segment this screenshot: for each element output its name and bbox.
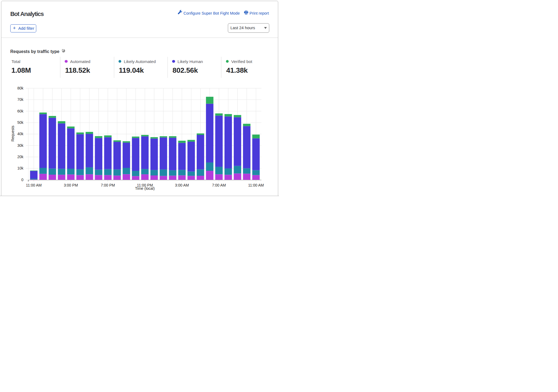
svg-text:3:00 AM: 3:00 AM [175, 183, 189, 187]
svg-text:7:00 PM: 7:00 PM [101, 183, 115, 187]
svg-text:Time (local): Time (local) [135, 186, 155, 191]
svg-text:11:00 AM: 11:00 AM [248, 183, 264, 187]
svg-text:80k: 80k [17, 86, 24, 90]
svg-text:30k: 30k [17, 143, 24, 148]
svg-text:50k: 50k [17, 120, 24, 125]
svg-text:Requests: Requests [11, 125, 15, 141]
svg-text:70k: 70k [17, 97, 24, 102]
svg-text:40k: 40k [17, 132, 24, 136]
svg-text:11:00 AM: 11:00 AM [26, 183, 42, 187]
svg-text:10k: 10k [17, 166, 24, 170]
svg-text:20k: 20k [17, 155, 24, 159]
svg-text:60k: 60k [17, 109, 24, 113]
svg-text:7:00 AM: 7:00 AM [212, 183, 226, 187]
svg-text:3:00 PM: 3:00 PM [64, 183, 78, 187]
svg-text:0: 0 [21, 178, 24, 182]
